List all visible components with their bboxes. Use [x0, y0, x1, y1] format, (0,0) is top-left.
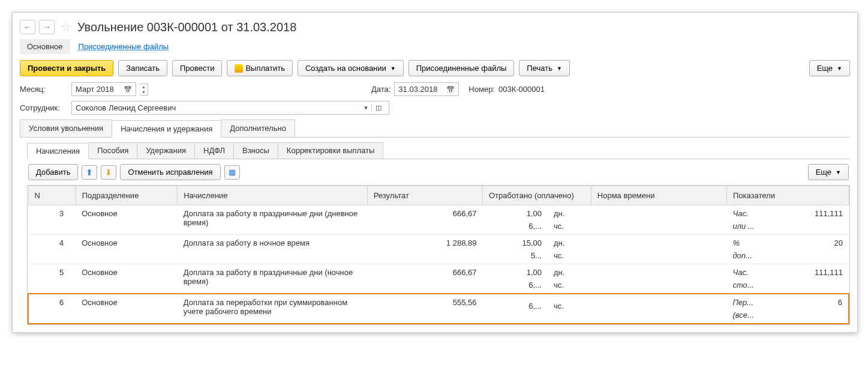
save-button[interactable]: Записать: [118, 60, 167, 76]
top-tabs: Основное Присоединенные файлы: [20, 39, 850, 54]
cell-accrual: Доплата за работу в ночное время: [178, 235, 368, 264]
col-n[interactable]: N: [28, 186, 76, 205]
row-month-date-number: Месяц: Март 2018 ▲▼ Дата: 31.03.2018 Ном…: [20, 82, 850, 96]
configure-columns-button[interactable]: ▦: [224, 165, 240, 180]
month-input[interactable]: Март 2018: [71, 82, 136, 96]
cell-n: 4: [28, 235, 76, 264]
create-based-on-button[interactable]: Создать на основании▼: [298, 60, 404, 76]
move-down-button[interactable]: ⬇: [101, 165, 116, 180]
cell-norm: [591, 264, 726, 294]
col-result[interactable]: Результат: [367, 186, 482, 205]
cell-worked-unit: дн.чс.: [548, 205, 591, 235]
cell-result: 666,67: [367, 205, 482, 235]
cell-result: 1 288,89: [367, 235, 482, 264]
cell-norm: [591, 294, 726, 324]
cell-indicator-name: Час.сто...: [726, 264, 780, 294]
cell-worked-amount: 15,005...: [482, 235, 548, 264]
subtab-contributions[interactable]: Взносы: [233, 142, 278, 159]
grid-more-button[interactable]: Еще▼: [808, 164, 849, 180]
row-employee: Сотрудник: Соколов Леонид Сергеевич ▼ ◫: [20, 101, 850, 115]
cell-department: Основное: [76, 205, 178, 235]
cell-accrual: Доплата за переработки при суммированном…: [178, 294, 368, 324]
cell-indicator-name: Пер...(все...: [726, 294, 780, 324]
cancel-corrections-button[interactable]: Отменить исправления: [120, 164, 220, 180]
header: ← → ☆ Увольнение 003К-000001 от 31.03.20…: [20, 20, 850, 34]
favorite-star-icon[interactable]: ☆: [61, 20, 71, 34]
nav-forward-button[interactable]: →: [39, 20, 55, 34]
month-label: Месяц:: [20, 85, 68, 94]
cell-n: 5: [28, 264, 76, 294]
date-input[interactable]: 31.03.2018: [394, 82, 459, 96]
subtab-benefits[interactable]: Пособия: [88, 142, 137, 159]
col-worked[interactable]: Отработано (оплачено): [482, 186, 591, 205]
col-norm[interactable]: Норма времени: [591, 186, 726, 205]
sub-toolbar: Добавить ⬆ ⬇ Отменить исправления ▦ Еще▼: [27, 164, 850, 180]
employee-input[interactable]: Соколов Леонид Сергеевич ▼ ◫: [71, 101, 389, 115]
tab-dismissal-conditions[interactable]: Условия увольнения: [20, 120, 112, 137]
cell-accrual: Доплата за работу в праздничные дни (дне…: [178, 205, 368, 235]
col-department[interactable]: Подразделение: [76, 186, 178, 205]
table-row[interactable]: 4 Основное Доплата за работу в ночное вр…: [28, 235, 849, 264]
attached-files-button[interactable]: Присоединенные файлы: [409, 60, 515, 76]
open-icon[interactable]: ◫: [371, 104, 385, 112]
cell-worked-unit: дн.чс.: [548, 264, 591, 294]
cell-department: Основное: [76, 235, 178, 264]
col-accrual[interactable]: Начисление: [178, 186, 368, 205]
chevron-down-icon[interactable]: ▼: [361, 105, 371, 111]
cell-department: Основное: [76, 294, 178, 324]
post-button[interactable]: Провести: [172, 60, 223, 76]
cell-norm: [591, 205, 726, 235]
cell-result: 666,67: [367, 264, 482, 294]
subtab-deductions[interactable]: Удержания: [137, 142, 195, 159]
money-icon: [235, 64, 243, 73]
cell-indicator-name: %доп...: [726, 235, 780, 264]
number-label: Номер:: [468, 85, 495, 94]
subtab-corrections[interactable]: Корректировки выплаты: [278, 142, 384, 159]
tab-additional[interactable]: Дополнительно: [221, 120, 295, 137]
cell-worked-amount: 6,...: [482, 294, 548, 324]
cell-worked-unit: дн.чс.: [548, 235, 591, 264]
add-button[interactable]: Добавить: [28, 164, 78, 180]
number-value: 003К-000001: [498, 85, 545, 94]
subtab-accruals[interactable]: Начисления: [27, 143, 89, 159]
cell-norm: [591, 235, 726, 264]
table-row[interactable]: 3 Основное Доплата за работу в праздничн…: [28, 205, 849, 235]
calendar-icon[interactable]: [124, 85, 132, 94]
cell-worked-unit: чс.: [548, 294, 591, 324]
post-and-close-button[interactable]: Провести и закрыть: [20, 60, 113, 76]
table-row[interactable]: 5 Основное Доплата за работу в праздничн…: [28, 264, 849, 294]
nav-back-button[interactable]: ←: [20, 20, 35, 34]
table-row[interactable]: 6 Основное Доплата за переработки при су…: [28, 294, 849, 324]
cell-worked-amount: 1,006,...: [482, 264, 548, 294]
cell-result: 555,56: [367, 294, 482, 324]
tab-accruals-deductions[interactable]: Начисления и удержания: [112, 120, 221, 138]
print-button[interactable]: Печать▼: [519, 60, 570, 76]
subtab-ndfl[interactable]: НДФЛ: [194, 142, 234, 159]
form-tabs: Условия увольнения Начисления и удержани…: [20, 120, 850, 138]
cell-department: Основное: [76, 264, 178, 294]
pay-button[interactable]: Выплатить: [227, 60, 293, 76]
tab-main[interactable]: Основное: [20, 39, 70, 54]
cell-accrual: Доплата за работу в праздничные дни (ноч…: [178, 264, 368, 294]
more-button[interactable]: Еще▼: [809, 60, 850, 76]
move-up-button[interactable]: ⬆: [82, 165, 97, 180]
page-title: Увольнение 003К-000001 от 31.03.2018: [77, 20, 296, 34]
employee-label: Сотрудник:: [20, 103, 68, 112]
cell-indicator-value: 6: [781, 294, 849, 324]
cell-indicator-value: 20: [781, 235, 849, 264]
chevron-down-icon: ▼: [557, 65, 562, 71]
date-label: Дата:: [371, 85, 391, 94]
cell-n: 6: [28, 294, 76, 324]
calendar-icon[interactable]: [446, 85, 455, 94]
accruals-grid[interactable]: N Подразделение Начисление Результат Отр…: [28, 186, 849, 324]
cell-worked-amount: 1,006,...: [482, 205, 548, 235]
cell-n: 3: [28, 205, 76, 235]
cell-indicator-value: 111,111: [781, 205, 849, 235]
chevron-down-icon: ▼: [391, 65, 396, 71]
chevron-down-icon: ▼: [837, 65, 842, 71]
toolbar: Провести и закрыть Записать Провести Вып…: [20, 60, 850, 76]
month-stepper[interactable]: ▲▼: [140, 83, 148, 95]
tab-attached-files[interactable]: Присоединенные файлы: [71, 39, 176, 54]
col-indicators[interactable]: Показатели: [726, 186, 849, 205]
sub-tabs: Начисления Пособия Удержания НДФЛ Взносы…: [27, 142, 850, 159]
